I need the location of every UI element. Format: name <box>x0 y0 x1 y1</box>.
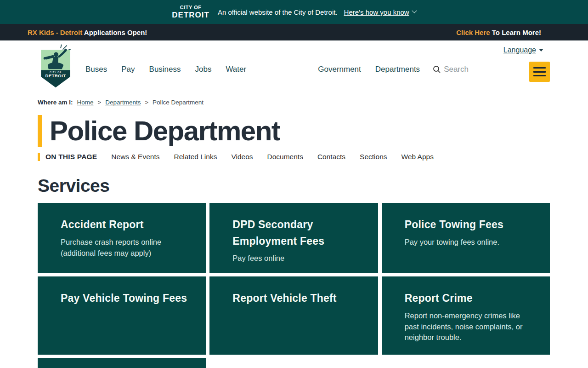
card-title: Report Crime <box>405 290 531 307</box>
heres-how-you-know-label: Here's how you know <box>344 8 409 16</box>
page-title: Police Department <box>50 115 550 147</box>
card-description: Purchase crash reports online (additiona… <box>61 237 187 259</box>
hamburger-icon <box>533 67 546 69</box>
menu-button[interactable] <box>529 62 550 82</box>
secondary-nav: Government Departments <box>318 65 420 74</box>
service-card-police-towing-fees[interactable]: Police Towing Fees Pay your towing fees … <box>382 203 550 273</box>
card-title: Report Vehicle Theft <box>232 290 359 307</box>
breadcrumb-home[interactable]: Home <box>77 99 94 106</box>
breadcrumb-separator: > <box>98 99 102 106</box>
services-grid: Accident Report Purchase crash reports o… <box>38 203 550 368</box>
card-title: Police Towing Fees <box>405 217 531 233</box>
card-description: Pay fees online <box>232 253 359 264</box>
site-header: CITY OF DETROIT Buses Pay Business Jobs … <box>0 40 588 91</box>
ticker-right-text: To Learn More! <box>490 29 541 36</box>
click-here-link[interactable]: Click Here <box>456 29 490 36</box>
on-this-page-nav: ON THIS PAGE News & Events Related Links… <box>38 153 550 161</box>
card-title: Accident Report <box>61 217 187 233</box>
card-description: Pay your towing fees online. <box>405 237 531 248</box>
nav-government[interactable]: Government <box>318 65 361 74</box>
tab-documents[interactable]: Documents <box>267 153 303 161</box>
tab-contacts[interactable]: Contacts <box>317 153 345 161</box>
nav-buses[interactable]: Buses <box>85 65 107 74</box>
nav-departments[interactable]: Departments <box>375 65 420 74</box>
banner-city-logo: CITY OF DETROIT <box>172 5 209 19</box>
official-banner: CITY OF DETROIT An official website of t… <box>0 0 588 24</box>
service-card-accident-report[interactable]: Accident Report Purchase crash reports o… <box>38 203 206 273</box>
breadcrumb: Where am I: Home > Departments > Police … <box>38 99 550 106</box>
tab-news-events[interactable]: News & Events <box>111 153 159 161</box>
breadcrumb-departments[interactable]: Departments <box>105 99 141 106</box>
services-heading: Services <box>38 176 550 196</box>
service-card-pay-vehicle-towing-fees[interactable]: Pay Vehicle Towing Fees <box>38 276 206 355</box>
ticker-right: Click Here To Learn More! <box>456 29 541 36</box>
rx-kids-link[interactable]: RX Kids - Detroit <box>28 29 82 36</box>
logo-band-large: DETROIT <box>45 73 66 78</box>
service-card-partial[interactable] <box>38 358 206 368</box>
search-button[interactable]: Search <box>432 65 469 74</box>
search-icon <box>432 65 441 74</box>
tab-web-apps[interactable]: Web Apps <box>401 153 434 161</box>
title-block: Police Department <box>38 115 550 147</box>
banner-logo-line2: DETROIT <box>172 11 209 19</box>
detroit-logo[interactable]: CITY OF DETROIT <box>38 44 74 91</box>
language-selector[interactable]: Language <box>503 46 543 54</box>
nav-jobs[interactable]: Jobs <box>195 65 212 74</box>
banner-logo-line1: CITY OF <box>172 5 209 10</box>
caret-down-icon <box>539 49 543 52</box>
tab-sections[interactable]: Sections <box>360 153 387 161</box>
official-website-text: An official website of the City of Detro… <box>218 8 338 16</box>
nav-business[interactable]: Business <box>149 65 181 74</box>
service-card-dpd-secondary-employment-fees[interactable]: DPD Secondary Employment Fees Pay fees o… <box>209 203 378 273</box>
heres-how-you-know-link[interactable]: Here's how you know <box>344 8 416 16</box>
breadcrumb-prefix: Where am I: <box>38 99 73 106</box>
on-this-page-label: ON THIS PAGE <box>38 153 97 161</box>
language-label: Language <box>503 46 536 54</box>
nav-pay[interactable]: Pay <box>121 65 135 74</box>
tab-related-links[interactable]: Related Links <box>174 153 217 161</box>
nav-water[interactable]: Water <box>226 65 246 74</box>
ticker-left-text: Applications Open! <box>82 29 147 36</box>
card-title: Pay Vehicle Towing Fees <box>61 290 187 307</box>
service-card-report-crime[interactable]: Report Crime Report non-emergency crimes… <box>382 276 550 355</box>
ticker-left: RX Kids - Detroit Applications Open! <box>28 29 147 36</box>
breadcrumb-current: Police Department <box>153 99 204 106</box>
main-content: Where am I: Home > Departments > Police … <box>0 99 588 368</box>
primary-nav: Buses Pay Business Jobs Water <box>85 65 246 74</box>
breadcrumb-separator: > <box>145 99 148 106</box>
spirit-of-detroit-emblem: CITY OF DETROIT <box>38 44 74 89</box>
card-description: Report non-emergency crimes like past in… <box>405 310 531 344</box>
service-card-report-vehicle-theft[interactable]: Report Vehicle Theft <box>209 276 378 355</box>
card-title: DPD Secondary Employment Fees <box>232 217 359 249</box>
chevron-down-icon <box>412 8 417 13</box>
announcement-ticker: RX Kids - Detroit Applications Open! Cli… <box>0 24 588 40</box>
tab-videos[interactable]: Videos <box>231 153 253 161</box>
search-placeholder: Search <box>444 65 469 74</box>
